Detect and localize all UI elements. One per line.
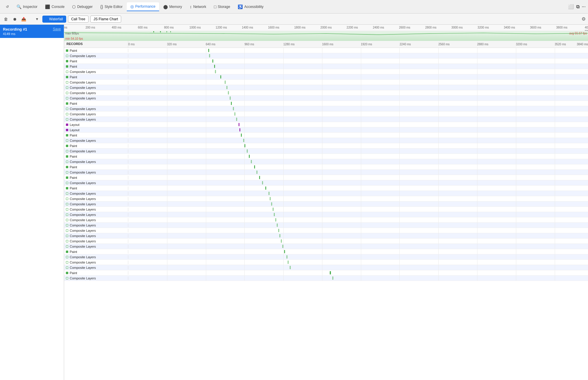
- grid-line: [555, 143, 555, 148]
- js-flame-chart-view-btn[interactable]: JS Flame Chart: [90, 16, 121, 23]
- grid-line: [206, 59, 206, 64]
- table-row: Paint: [64, 64, 588, 69]
- filter-icon[interactable]: ▼: [34, 16, 41, 23]
- grid-line: [206, 48, 206, 53]
- grid-line: [438, 143, 439, 148]
- grid-line: [555, 265, 555, 270]
- tab-debugger[interactable]: ⬡ Debugger: [69, 3, 96, 11]
- grid-line: [167, 85, 167, 90]
- table-row: Paint: [64, 133, 588, 138]
- settings-button[interactable]: ⚙: [582, 16, 586, 22]
- grid-line: [438, 207, 439, 212]
- record-timeline-cell: [128, 159, 588, 164]
- grid-line: [167, 244, 167, 249]
- tab-storage[interactable]: □ Storage: [210, 3, 234, 11]
- record-color-indicator: [66, 65, 68, 68]
- grid-line: [399, 175, 400, 180]
- record-name-cell: Composite Layers: [64, 149, 128, 153]
- grid-line: [167, 223, 167, 228]
- grid-line: [206, 186, 206, 191]
- split-icon[interactable]: ⧉: [576, 4, 579, 9]
- record-label: Composite Layers: [70, 192, 96, 195]
- grid-line: [244, 69, 245, 74]
- tab-network[interactable]: ↕ Network: [186, 3, 210, 11]
- grid-line: [438, 101, 439, 106]
- grid-line: [206, 254, 206, 259]
- record-name-cell: Composite Layers: [64, 255, 128, 259]
- grid-line: [167, 74, 167, 79]
- tab-style-editor[interactable]: {} Style Editor: [97, 3, 126, 11]
- grid-line: [244, 244, 245, 249]
- clear-button[interactable]: 🗑: [2, 16, 9, 23]
- grid-line: [399, 244, 400, 249]
- grid-line: [206, 244, 206, 249]
- tab-accessibility[interactable]: ♿ Accessibility: [234, 3, 267, 11]
- grid-line: [361, 111, 361, 116]
- grid-line: [322, 154, 322, 159]
- table-row: Paint: [64, 270, 588, 276]
- grid-line: [477, 212, 477, 217]
- tab-inspector[interactable]: 🔍 Inspector: [13, 3, 41, 11]
- record-label: Composite Layers: [70, 213, 96, 216]
- record-bar: [215, 70, 216, 73]
- grid-line: [244, 64, 245, 69]
- record-color-indicator: [66, 240, 68, 242]
- grid-line: [283, 159, 284, 164]
- save-button[interactable]: Save: [53, 27, 61, 31]
- record-name-cell: Paint: [64, 75, 128, 79]
- call-tree-view-btn[interactable]: Call Tree: [68, 16, 89, 23]
- record-bar: [231, 102, 232, 105]
- record-label: Composite Layers: [70, 208, 96, 211]
- record-color-indicator: [66, 229, 68, 232]
- grid-line: [399, 239, 400, 244]
- record-name-cell: Composite Layers: [64, 197, 128, 201]
- record-bar: [265, 186, 266, 190]
- record-label: Composite Layers: [70, 261, 96, 264]
- grid-line: [206, 201, 206, 206]
- record-label: Paint: [70, 75, 77, 79]
- table-row: Paint: [64, 143, 588, 149]
- responsive-icon[interactable]: ⬜: [568, 4, 574, 9]
- timeline-column-header: 0 ms 320 ms 640 ms 960 ms 1280 ms 1600 m…: [128, 41, 588, 48]
- grid-line: [361, 223, 361, 228]
- record-button[interactable]: ⏺: [11, 16, 18, 23]
- record-name-cell: Paint: [64, 186, 128, 190]
- tab-memory[interactable]: ⬤ Memory: [160, 3, 186, 11]
- grid-line: [361, 260, 361, 265]
- grid-line: [322, 170, 322, 175]
- record-color-indicator: [66, 150, 68, 152]
- record-timeline-cell: [128, 48, 588, 53]
- grid-line: [167, 212, 167, 217]
- grid-line: [477, 254, 477, 259]
- grid-line: [167, 96, 167, 101]
- grid-line: [361, 244, 361, 249]
- time-tick-0: 0 ms: [64, 26, 67, 29]
- record-bar: [269, 192, 269, 195]
- grid-line: [322, 201, 322, 206]
- tab-performance[interactable]: ◎ Performance: [127, 2, 159, 11]
- record-bar: [281, 239, 282, 243]
- record-timeline-cell: [128, 96, 588, 101]
- grid-line: [322, 254, 322, 259]
- record-bar: [330, 271, 331, 274]
- tab-reload-icon[interactable]: ↺: [2, 3, 12, 11]
- waterfall-view-btn[interactable]: Waterfall: [42, 16, 66, 23]
- record-bar: [220, 75, 221, 79]
- grid-line: [516, 111, 516, 116]
- grid-line: [399, 48, 400, 53]
- grid-line: [206, 80, 206, 85]
- grid-line: [244, 265, 245, 270]
- col-1600ms: 1600 ms: [322, 43, 333, 46]
- more-icon[interactable]: ···: [582, 4, 586, 9]
- import-button[interactable]: 📤: [20, 16, 27, 23]
- grid-line: [438, 201, 439, 206]
- record-color-indicator: [66, 145, 68, 147]
- grid-line: [244, 80, 245, 85]
- tab-console[interactable]: ⬛ Console: [41, 3, 68, 11]
- grid-line: [399, 260, 400, 265]
- grid-line: [206, 180, 206, 185]
- grid-line: [361, 90, 361, 95]
- grid-line: [516, 154, 516, 159]
- record-timeline-cell: [128, 186, 588, 191]
- grid-line: [477, 149, 477, 154]
